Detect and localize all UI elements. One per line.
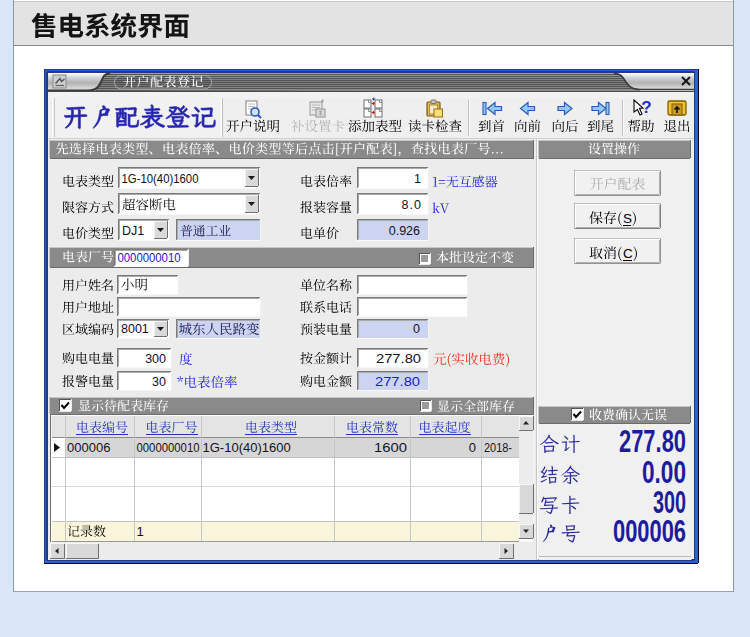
svg-text:277.80: 277.80 bbox=[376, 351, 421, 366]
svg-text:?: ? bbox=[641, 98, 651, 117]
svg-text:1: 1 bbox=[414, 172, 421, 186]
svg-text:0000000010: 0000000010 bbox=[118, 250, 181, 265]
svg-text:2018-: 2018- bbox=[484, 440, 512, 455]
svg-text:1: 1 bbox=[137, 524, 144, 539]
svg-text:1600: 1600 bbox=[374, 440, 407, 455]
svg-text:S: S bbox=[623, 211, 632, 226]
svg-text:000006: 000006 bbox=[613, 514, 686, 549]
svg-text:000006: 000006 bbox=[67, 440, 110, 455]
svg-text:0: 0 bbox=[413, 322, 420, 336]
svg-text:0000000010: 0000000010 bbox=[137, 440, 200, 455]
svg-text:277.80: 277.80 bbox=[619, 424, 686, 459]
svg-text:30: 30 bbox=[152, 375, 166, 389]
svg-text:277.80: 277.80 bbox=[375, 374, 420, 389]
svg-text:1G-10(40)1600: 1G-10(40)1600 bbox=[122, 172, 199, 186]
svg-text:0.926: 0.926 bbox=[389, 224, 420, 238]
svg-text:C: C bbox=[623, 246, 633, 261]
svg-text:1G-10(40)1600: 1G-10(40)1600 bbox=[203, 440, 291, 455]
svg-text:0: 0 bbox=[469, 440, 476, 455]
svg-text:8.0: 8.0 bbox=[402, 198, 422, 212]
svg-text:DJ1: DJ1 bbox=[122, 224, 144, 238]
svg-text:300: 300 bbox=[145, 352, 166, 366]
svg-text:8001: 8001 bbox=[121, 322, 149, 336]
